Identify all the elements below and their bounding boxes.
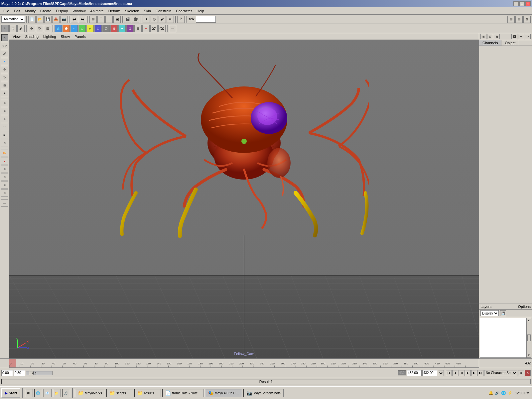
menu-skin[interactable]: Skin <box>142 8 153 14</box>
shelf-btn3[interactable]: ○ <box>70 25 78 32</box>
sphere-create-button[interactable]: ● <box>1 58 8 65</box>
character-select[interactable]: No Character Se <box>484 370 517 376</box>
layout3-button[interactable]: ⊠ <box>523 16 531 23</box>
show-manip-button[interactable]: ⊞ <box>1 100 8 107</box>
menu-constrain[interactable]: Constrain <box>154 8 173 14</box>
taskbar-quick3[interactable]: 📧 <box>44 389 52 397</box>
start-frame-input[interactable] <box>1 370 13 376</box>
shelf-btn12[interactable]: ♦ <box>142 25 150 32</box>
taskbar-app-scripts[interactable]: 📁 scripts <box>106 389 133 397</box>
layers-scrollbar[interactable]: ▲ ▼ <box>526 318 531 357</box>
new-scene-button[interactable]: 📄 <box>28 16 36 23</box>
menu-display[interactable]: Display <box>54 8 70 14</box>
menu-deform[interactable]: Deform <box>106 8 122 14</box>
layout-icon1[interactable]: ⊞ <box>480 34 486 39</box>
timeline-ruler[interactable]: 0 10 20 30 40 50 60 70 80 90 100 110 120 <box>9 359 479 368</box>
taskbar-quick1[interactable]: 🖥 <box>25 389 33 397</box>
minus-button[interactable]: — <box>169 25 176 32</box>
scroll-thumb[interactable] <box>527 334 531 341</box>
quick-layout-button[interactable]: — <box>1 200 8 207</box>
taskbar-app-results[interactable]: 📁 results <box>134 389 161 397</box>
taskbar-quick5[interactable]: 🎵 <box>62 389 70 397</box>
maximize-button[interactable]: □ <box>519 1 525 6</box>
viewport-menu-shading[interactable]: Shading <box>23 34 41 39</box>
snap-surface-button[interactable]: ▣ <box>113 16 121 23</box>
grid-button[interactable]: ⊠ <box>1 108 8 115</box>
snap-curve-button[interactable]: ⌒ <box>97 16 105 23</box>
import-button[interactable]: 📥 <box>52 16 60 23</box>
layout-icon2[interactable]: ⊟ <box>487 34 493 39</box>
go-start-button[interactable]: |◀ <box>446 370 452 376</box>
menu-help[interactable]: Help <box>195 8 206 14</box>
panel-icon1[interactable]: 🖼 <box>511 34 517 39</box>
ipr-button[interactable]: 🎥 <box>132 16 139 23</box>
soft-button[interactable]: ◎ <box>151 16 158 23</box>
menu-file[interactable]: File <box>1 8 11 14</box>
snap-grid-button[interactable]: ⊞ <box>89 16 97 23</box>
viewport-3d[interactable]: X Y Z Follow_Cam <box>9 40 479 358</box>
snap-point-button[interactable]: · <box>105 16 113 23</box>
snap-surface-left-button[interactable]: ▣ <box>1 132 8 139</box>
range-slider[interactable]: 0.8 <box>26 371 53 375</box>
viewport-menu-panels[interactable]: Panels <box>72 34 88 39</box>
layers-save-button[interactable]: 💾 <box>500 310 506 316</box>
play-forward-button[interactable]: ▶ <box>465 370 471 376</box>
layout2-button[interactable]: ⊟ <box>515 16 523 23</box>
paint-sel-button[interactable]: 🖌 <box>1 50 8 57</box>
icon-misc4[interactable]: ⊡ <box>1 190 8 197</box>
select-tool-button[interactable]: ↖ <box>1 25 9 32</box>
history-button[interactable]: ⊟ <box>1 140 8 147</box>
scale-tool-button[interactable]: ⊡ <box>44 25 51 32</box>
frame-rate-select[interactable]: ▾ <box>438 370 444 376</box>
shelf-btn7[interactable]: ⬡ <box>102 25 110 32</box>
start-button[interactable]: ▶ Start <box>1 388 20 398</box>
animation-select[interactable]: Animation <box>1 16 25 23</box>
menu-modify[interactable]: Modify <box>23 8 38 14</box>
snap-layout-button[interactable]: ⊞ <box>507 16 515 23</box>
panel-icon2[interactable]: ▼ <box>518 34 524 39</box>
viewport-menu-lighting[interactable]: Lighting <box>41 34 58 39</box>
key-button[interactable]: ◆ <box>518 370 524 376</box>
taskbar-app-screenshots[interactable]: 📷 MayaScreenShots <box>243 389 284 397</box>
options-tab[interactable]: Options <box>518 305 531 309</box>
redo-button[interactable]: ↪ <box>79 16 86 23</box>
artisan-button[interactable]: ✏ <box>167 16 174 23</box>
step-back-button[interactable]: ◀ <box>452 370 458 376</box>
layers-tab[interactable]: Layers <box>480 305 491 309</box>
go-end-button[interactable]: ▶| <box>477 370 483 376</box>
auto-key-button[interactable]: A <box>525 370 531 376</box>
panel-icon3[interactable]: ↗ <box>525 34 531 39</box>
taskbar-quick2[interactable]: 🌐 <box>34 389 42 397</box>
shelf-btn13[interactable]: ⌦ <box>150 25 158 32</box>
render-view-button[interactable]: 🎬 <box>124 16 131 23</box>
menu-create[interactable]: Create <box>38 8 53 14</box>
play-reverse-button[interactable]: ◀ <box>459 370 465 376</box>
shelf-btn8[interactable]: ⊕ <box>110 25 118 32</box>
menu-character[interactable]: Character <box>174 8 194 14</box>
icon-misc1[interactable]: ⊞ <box>1 166 8 173</box>
menu-skeleton[interactable]: Skeleton <box>123 8 141 14</box>
rotate-left-button[interactable]: ↻ <box>1 74 8 81</box>
lasso-select-button[interactable]: ⊂⊃ <box>1 42 8 49</box>
sel-input[interactable] <box>196 16 216 23</box>
shelf-btn9[interactable]: ✦ <box>118 25 126 32</box>
snap-point-left-button[interactable]: ⊕ <box>1 116 8 123</box>
viewport-menu-show[interactable]: Show <box>59 34 72 39</box>
render-left-button[interactable]: 🎨 <box>1 150 8 157</box>
icon-misc3[interactable]: ⊠ <box>1 182 8 189</box>
paint-select-button[interactable]: 🖌 <box>17 25 25 32</box>
frame-input-1[interactable] <box>407 370 422 376</box>
menu-window[interactable]: Window <box>70 8 87 14</box>
render-button[interactable]: 📷 <box>60 16 67 23</box>
undo-button[interactable]: ↩ <box>71 16 78 23</box>
layers-list[interactable]: ▲ ▼ <box>480 318 531 358</box>
select-mode-button[interactable]: ↖ <box>1 34 8 41</box>
ipr-left-button[interactable]: ● <box>1 158 8 165</box>
lasso-button[interactable]: ⊂ <box>9 25 17 32</box>
tab-channels[interactable]: Channels <box>479 40 501 46</box>
shelf-btn5[interactable]: △ <box>86 25 94 32</box>
tab-object[interactable]: Object <box>501 40 519 46</box>
taskbar-app-framerate[interactable]: 📄 frameRate - Note... <box>162 389 203 397</box>
shelf-btn1[interactable]: 💧 <box>55 25 62 32</box>
current-frame-input[interactable] <box>14 370 25 376</box>
